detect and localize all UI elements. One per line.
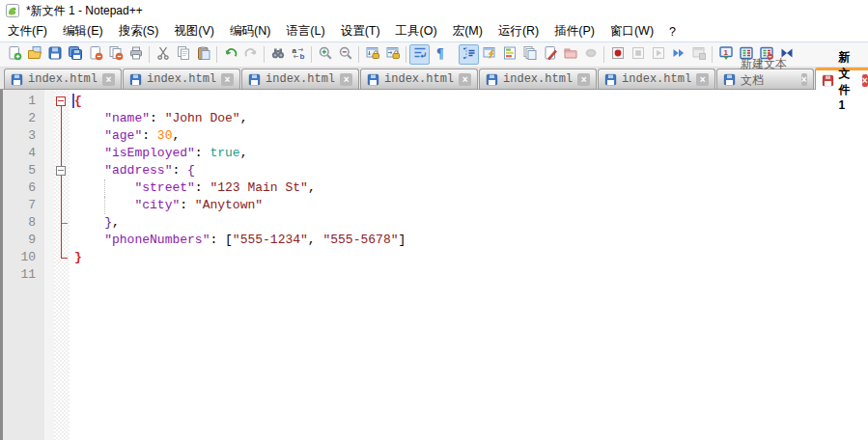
folder-as-workspace-button[interactable]	[560, 44, 580, 65]
undo-button[interactable]	[220, 44, 240, 65]
code-text[interactable]: }	[70, 249, 868, 266]
tab-7[interactable]: 新文件 1×	[815, 68, 868, 90]
tab-close-icon[interactable]: ×	[801, 73, 807, 86]
tab-close-icon[interactable]: ×	[696, 73, 709, 86]
code-line-1[interactable]: 1{	[0, 93, 868, 110]
macro-save-button[interactable]	[688, 44, 709, 65]
code-line-4[interactable]: 4 "isEmployed": true,	[0, 145, 868, 162]
code-line-3[interactable]: 3 "age": 30,	[0, 127, 868, 145]
document-map-button[interactable]	[499, 44, 519, 65]
document-list-button[interactable]	[519, 44, 540, 65]
tab-close-icon[interactable]: ×	[459, 73, 471, 86]
fold-cell	[54, 214, 70, 232]
tab-1[interactable]: index.html×	[123, 69, 240, 89]
tab-3[interactable]: index.html×	[360, 69, 478, 89]
plugin-button-1-button[interactable]: 1	[715, 44, 736, 65]
tab-6[interactable]: 新建文本文档 (4).txt×	[716, 69, 813, 89]
notepadpp-window: { "window": { "title": "*新文件 1 - Notepad…	[0, 0, 868, 440]
tab-close-icon[interactable]: ×	[577, 73, 590, 86]
code-line-2[interactable]: 2 "name": "John Doe",	[0, 110, 868, 127]
notepadpp-logo-icon[interactable]	[5, 3, 20, 18]
macro-play-button[interactable]	[648, 44, 668, 65]
fold-cell[interactable]	[54, 162, 70, 179]
print-button[interactable]	[126, 44, 146, 65]
sync-horizontal-scroll-button[interactable]	[382, 44, 403, 65]
menu-item-11[interactable]: 窗口(W)	[602, 20, 661, 42]
menu-item-12[interactable]: ?	[661, 22, 684, 41]
macro-record-button[interactable]	[607, 44, 628, 65]
code-line-10[interactable]: 10}	[0, 249, 868, 266]
code-line-5[interactable]: 5 "address": {	[0, 162, 868, 179]
tab-close-icon[interactable]: ×	[340, 73, 352, 86]
code-text[interactable]: "name": "John Doe",	[70, 110, 868, 127]
function-list-button[interactable]	[479, 44, 499, 65]
menu-item-5[interactable]: 语言(L)	[278, 20, 332, 42]
redo-button[interactable]	[240, 44, 261, 65]
save-all-button[interactable]	[65, 44, 85, 65]
show-all-characters-button[interactable]: ¶	[430, 44, 450, 65]
menu-item-1[interactable]: 编辑(E)	[55, 20, 111, 42]
new-file-button[interactable]	[4, 44, 24, 65]
document-map-icon	[502, 45, 518, 65]
code-text[interactable]: {	[70, 93, 868, 110]
sync-vertical-scroll-button[interactable]	[362, 44, 382, 65]
code-line-6[interactable]: 6 "street": "123 Main St",	[0, 179, 868, 197]
menu-item-7[interactable]: 工具(O)	[388, 20, 445, 42]
token-str: "Anytown"	[195, 198, 263, 212]
tab-close-icon[interactable]: ×	[102, 73, 115, 86]
macro-run-multiple-button[interactable]	[668, 44, 688, 65]
replace-button[interactable]: ab	[288, 44, 308, 65]
bookmark-margin	[44, 93, 54, 110]
close-all-button[interactable]	[105, 44, 126, 65]
menu-item-8[interactable]: 宏(M)	[445, 20, 490, 42]
tab-close-icon[interactable]: ×	[221, 73, 234, 86]
menu-item-3[interactable]: 视图(V)	[166, 20, 222, 42]
code-text[interactable]: "isEmployed": true,	[70, 145, 868, 162]
open-file-button[interactable]	[24, 44, 44, 65]
menu-item-9[interactable]: 运行(R)	[490, 20, 546, 42]
menu-item-4[interactable]: 编码(N)	[222, 20, 278, 42]
zoom-in-button[interactable]	[315, 44, 335, 65]
zoom-out-button[interactable]	[335, 44, 355, 65]
menu-item-10[interactable]: 插件(P)	[546, 20, 602, 42]
fold-cell[interactable]	[54, 93, 70, 110]
window-title: *新文件 1 - Notepad++	[26, 3, 143, 19]
paste-button[interactable]	[193, 44, 213, 65]
fold-collapse-icon[interactable]	[56, 166, 66, 176]
code-text[interactable]: "street": "123 Main St",	[70, 179, 868, 197]
token-pun: :	[195, 146, 210, 160]
menu-item-6[interactable]: 设置(T)	[333, 20, 388, 42]
code-line-9[interactable]: 9 "phoneNumbers": ["555-1234", "555-5678…	[0, 232, 868, 249]
code-text[interactable]	[70, 266, 868, 284]
code-text[interactable]: "age": 30,	[70, 127, 868, 145]
cut-button[interactable]	[153, 44, 173, 65]
tab-close-icon[interactable]: ×	[862, 74, 868, 87]
code-line-7[interactable]: 7 "city": "Anytown"	[0, 197, 868, 214]
word-wrap-button[interactable]	[409, 44, 430, 65]
edit-marker-button[interactable]	[540, 44, 560, 65]
code-line-8[interactable]: 8 },	[0, 214, 868, 232]
show-indent-guide-button[interactable]	[459, 44, 479, 65]
code-line-11[interactable]: 11	[0, 266, 868, 284]
close-file-button[interactable]	[85, 44, 105, 65]
fold-collapse-icon[interactable]	[56, 96, 66, 106]
tab-4[interactable]: index.html×	[479, 69, 597, 89]
code-text[interactable]: "city": "Anytown"	[70, 197, 868, 214]
tab-2[interactable]: index.html×	[241, 69, 359, 89]
menu-bar: 文件(F)编辑(E)搜索(S)视图(V)编码(N)语言(L)设置(T)工具(O)…	[0, 21, 868, 42]
tab-0[interactable]: index.html×	[4, 69, 122, 89]
token-brace: }	[104, 215, 112, 230]
editor-area[interactable]: 1{2 "name": "John Doe",3 "age": 30,4 "is…	[0, 90, 868, 440]
macro-stop-button[interactable]	[628, 44, 648, 65]
menu-item-2[interactable]: 搜索(S)	[111, 20, 167, 42]
token-pun: ,	[240, 146, 248, 160]
menu-item-0[interactable]: 文件(F)	[0, 20, 55, 42]
code-text[interactable]: "phoneNumbers": ["555-1234", "555-5678"]	[70, 232, 868, 249]
code-text[interactable]: "address": {	[70, 162, 868, 179]
save-button[interactable]	[44, 44, 65, 65]
monitoring-button[interactable]	[580, 44, 601, 65]
code-text[interactable]: },	[70, 214, 868, 232]
find-button[interactable]	[267, 44, 288, 65]
copy-button[interactable]	[173, 44, 193, 65]
tab-5[interactable]: index.html×	[598, 69, 715, 89]
